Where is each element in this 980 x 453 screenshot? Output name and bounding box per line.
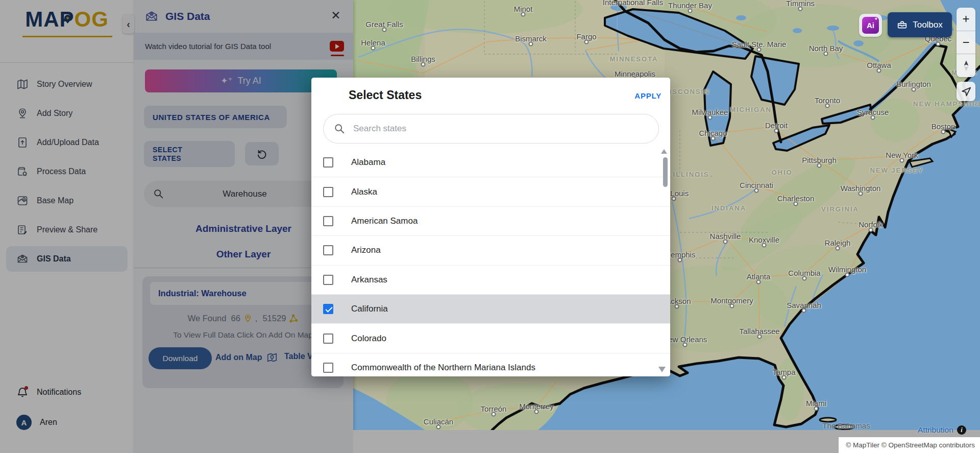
- ai-tools-button[interactable]: Ai✦: [859, 14, 882, 37]
- map-city-dot: [371, 46, 376, 51]
- select-states-modal: Select States APPLY AlabamaAlaskaAmerica…: [311, 78, 670, 376]
- map-city-dot: [754, 188, 759, 193]
- map-city-dot: [683, 343, 688, 347]
- state-row-alaska[interactable]: Alaska: [311, 177, 670, 206]
- map-city-dot: [900, 158, 904, 163]
- map-region-label: NEW JERSEY: [870, 166, 923, 174]
- modal-title: Select States: [349, 88, 422, 102]
- map-region-label: INDIANA: [712, 204, 746, 212]
- map-city-dot: [521, 12, 526, 17]
- map-city-dot: [859, 192, 863, 196]
- navigation-arrow-icon: [961, 86, 972, 97]
- map-city-dot: [814, 407, 819, 411]
- map-city-dot: [534, 410, 539, 414]
- map-city-dot: [802, 308, 806, 313]
- map-city-dot: [836, 246, 840, 251]
- state-checkbox[interactable]: [323, 216, 333, 226]
- map-city-dot: [912, 87, 916, 92]
- map-city-dot: [688, 9, 693, 13]
- map-city-dot: [869, 228, 873, 232]
- map-city-dot: [817, 163, 822, 168]
- state-row-commonwealth-of-the-northern-mariana-islands[interactable]: Commonwealth of the Northern Mariana Isl…: [311, 353, 670, 376]
- attribution-label: Attribution: [918, 425, 953, 435]
- states-search-field[interactable]: [323, 114, 659, 144]
- map-city-label: The Bahamas: [822, 421, 870, 430]
- ai-icon: Ai✦: [862, 17, 879, 34]
- state-name: Arkansas: [351, 275, 387, 285]
- state-name: California: [351, 304, 388, 314]
- state-row-arkansas[interactable]: Arkansas: [311, 266, 670, 295]
- state-row-alabama[interactable]: Alabama: [311, 148, 670, 177]
- scroll-down-arrow[interactable]: [658, 367, 666, 372]
- map-city-dot: [584, 40, 589, 44]
- states-list: AlabamaAlaskaAmerican SamoaArizonaArkans…: [311, 148, 670, 376]
- map-city-dot: [757, 47, 762, 52]
- state-name: Colorado: [351, 333, 386, 344]
- map-city-label: International Falls: [603, 0, 663, 7]
- locate-button[interactable]: [957, 82, 975, 101]
- zoom-in-button[interactable]: +: [957, 8, 975, 31]
- info-icon: i: [957, 425, 966, 435]
- map-city-dot: [782, 375, 787, 380]
- map-copyright: © MapTiler © OpenStreetMap contributors: [839, 437, 980, 453]
- state-checkbox[interactable]: [323, 333, 333, 344]
- map-city-dot: [936, 42, 941, 46]
- map-city-dot: [757, 335, 762, 339]
- map-city-dot: [877, 68, 881, 73]
- map-city-dot: [382, 28, 387, 32]
- map-city-dot: [675, 304, 679, 309]
- toolbox-label: Toolbox: [913, 20, 943, 30]
- map-city-dot: [723, 240, 728, 244]
- state-row-colorado[interactable]: Colorado: [311, 324, 670, 353]
- state-name: Commonwealth of the Northern Mariana Isl…: [351, 363, 535, 373]
- states-search-input[interactable]: [353, 124, 629, 134]
- state-row-california[interactable]: California: [311, 295, 670, 324]
- map-zoom-controls: + −: [957, 8, 975, 77]
- map-city-dot: [756, 280, 761, 284]
- map-region-label: OHIO: [771, 169, 792, 176]
- compass-needle-icon: [961, 58, 972, 74]
- map-city-dot: [421, 62, 426, 67]
- state-row-arizona[interactable]: Arizona: [311, 236, 670, 265]
- modal-backdrop[interactable]: [0, 0, 353, 453]
- state-checkbox[interactable]: [323, 304, 333, 314]
- map-city-dot: [436, 425, 441, 430]
- map-city-dot: [825, 104, 830, 108]
- state-name: Arizona: [351, 245, 381, 255]
- map-city-dot: [711, 136, 716, 141]
- map-city-dot: [774, 129, 779, 133]
- state-name: Alaska: [351, 187, 377, 197]
- map-region-label: ILLINOIS: [673, 171, 709, 178]
- toolbox-icon: [897, 19, 908, 30]
- state-name: American Samoa: [351, 216, 418, 226]
- map-city-dot: [941, 130, 946, 134]
- state-row-american-samoa[interactable]: American Samoa: [311, 207, 670, 236]
- state-name: Alabama: [351, 157, 385, 168]
- apply-button[interactable]: APPLY: [634, 91, 662, 100]
- map-city-dot: [794, 202, 798, 206]
- zoom-out-button[interactable]: −: [957, 31, 975, 54]
- scrollbar-thumb[interactable]: [663, 157, 668, 187]
- compass-button[interactable]: [957, 54, 975, 77]
- scroll-up-arrow[interactable]: [661, 149, 667, 154]
- map-city-dot: [762, 243, 767, 248]
- state-checkbox[interactable]: [323, 245, 333, 255]
- state-checkbox[interactable]: [323, 157, 333, 168]
- attribution-toggle[interactable]: Attribution i: [918, 425, 966, 435]
- state-checkbox[interactable]: [323, 275, 333, 285]
- map-city-dot: [824, 52, 828, 56]
- map-city-dot: [529, 42, 533, 46]
- map-region-label: VIRGINIA: [821, 205, 859, 213]
- map-city-dot: [678, 258, 682, 263]
- map-city-dot: [871, 115, 875, 120]
- map-city-dot: [798, 7, 803, 11]
- state-checkbox[interactable]: [323, 187, 333, 197]
- map-city-dot: [845, 273, 850, 277]
- map-city-dot: [672, 197, 676, 201]
- map-city-dot: [802, 276, 807, 281]
- state-checkbox[interactable]: [323, 363, 333, 373]
- map-city-dot: [708, 115, 713, 120]
- map-city-dot: [730, 304, 734, 308]
- minus-icon: −: [962, 35, 969, 50]
- toolbox-button[interactable]: Toolbox: [888, 12, 952, 37]
